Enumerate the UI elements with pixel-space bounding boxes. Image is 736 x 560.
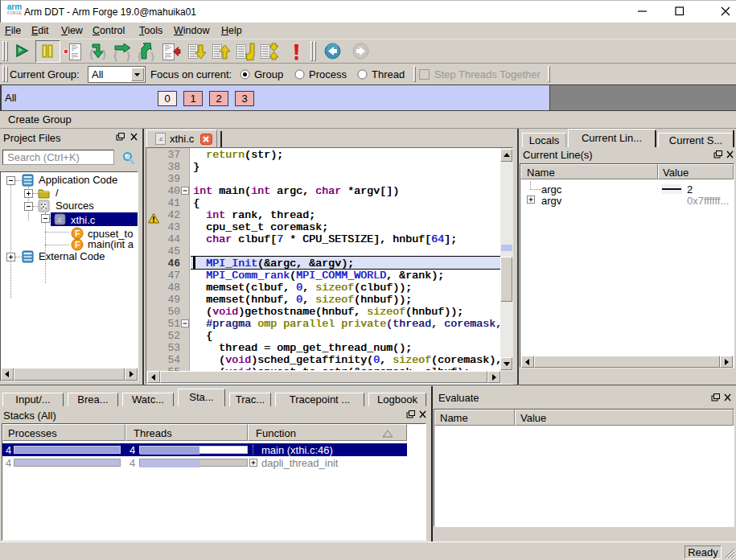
svg-text:{: { — [138, 50, 142, 61]
svg-text:}: } — [126, 49, 130, 61]
svg-text:F: F — [75, 240, 80, 249]
svg-text:{: { — [113, 49, 117, 61]
svg-text:}: } — [150, 50, 154, 61]
svg-text:}: } — [102, 47, 106, 60]
svg-text:F: F — [75, 229, 80, 238]
svg-text:{: { — [89, 47, 93, 60]
svg-text:.c: .c — [56, 216, 63, 224]
